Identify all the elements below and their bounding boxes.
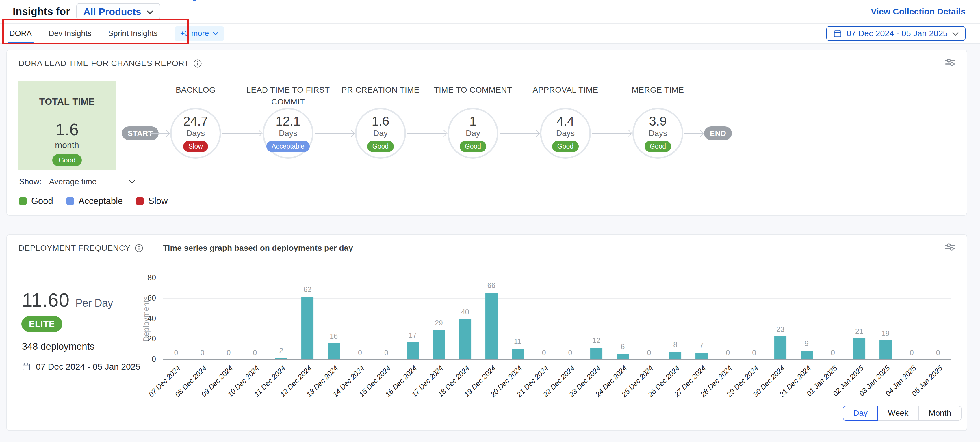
granularity-day-button[interactable]: Day — [843, 406, 878, 421]
granularity-week-button[interactable]: Week — [877, 406, 919, 421]
bar-value-label: 0 — [226, 349, 231, 357]
bar-value-label: 11 — [514, 337, 522, 345]
calendar-icon — [833, 29, 842, 38]
view-collection-details-link[interactable]: View Collection Details — [871, 6, 966, 16]
tabs-more-button[interactable]: +3 more — [175, 26, 224, 41]
flow-arrow — [500, 133, 539, 133]
legend-label: Slow — [148, 196, 167, 206]
chart-bar — [407, 342, 418, 360]
chart-slot: 1223 Dec 2024 — [583, 278, 609, 360]
stage-unit: Day — [466, 129, 480, 138]
tabs: DORADev InsightsSprint Insights — [9, 24, 175, 43]
chart-bars: 007 Dec 2024008 Dec 2024009 Dec 2024010 … — [163, 278, 951, 360]
flow-arrow — [592, 133, 631, 133]
info-icon[interactable] — [135, 244, 143, 252]
total-time-box: TOTAL TIME 1.6 month Good — [19, 81, 116, 170]
tab-dora[interactable]: DORA — [9, 24, 32, 43]
sliders-icon[interactable] — [945, 242, 956, 252]
stage-name: BACKLOG — [146, 84, 245, 96]
deployment-card-title: DEPLOYMENT FREQUENCY — [19, 244, 130, 253]
flow-arrow — [315, 133, 354, 133]
stage-unit: Days — [556, 129, 575, 138]
stage-name: PR CREATION TIME — [331, 84, 430, 96]
gridline — [163, 359, 951, 360]
granularity-month-button[interactable]: Month — [918, 406, 961, 421]
chevron-down-icon — [952, 32, 959, 36]
bar-value-label: 0 — [936, 349, 940, 357]
stage-unit: Day — [373, 129, 388, 138]
chart-slot: 021 Dec 2024 — [531, 278, 557, 360]
bar-value-label: 0 — [358, 349, 362, 357]
legend-item-slow: Slow — [136, 196, 167, 206]
chart-slot: 010 Dec 2024 — [242, 278, 268, 360]
date-range-button[interactable]: 07 Dec 2024 - 05 Jan 2025 — [826, 26, 966, 41]
chart-slot: 2330 Dec 2024 — [767, 278, 794, 360]
deployments-date-range-label: 07 Dec 2024 - 05 Jan 2025 — [36, 362, 140, 372]
calendar-icon — [22, 362, 30, 371]
bar-value-label: 62 — [303, 285, 312, 294]
info-icon[interactable] — [193, 59, 202, 68]
tab-dev-insights[interactable]: Dev Insights — [49, 24, 92, 43]
chart-bar — [853, 338, 865, 360]
chart-slot: 022 Dec 2024 — [557, 278, 583, 360]
product-selector-label: All Products — [83, 6, 141, 17]
total-time-unit: month — [55, 140, 79, 150]
stage-value: 1.6 — [372, 114, 389, 128]
deployment-rate: 11.60 Per Day — [22, 289, 113, 311]
y-axis-tick: 40 — [139, 314, 156, 323]
page-title: Insights for — [13, 5, 70, 17]
chart-slot: 1716 Dec 2024 — [399, 278, 426, 360]
chart-bar — [459, 319, 471, 360]
bar-value-label: 21 — [855, 327, 863, 336]
y-axis-tick: 0 — [139, 355, 156, 364]
bar-value-label: 0 — [384, 349, 388, 357]
deployments-date-range: 07 Dec 2024 - 05 Jan 2025 — [22, 362, 140, 372]
chart-slot: 624 Dec 2024 — [609, 278, 636, 360]
lead-time-card: DORA LEAD TIME FOR CHANGES REPORT TOTAL … — [6, 50, 967, 215]
status-badge: Good — [460, 141, 486, 152]
deployment-rate-value: 11.60 — [22, 289, 70, 311]
show-dropdown[interactable]: Show: Average time — [19, 177, 135, 186]
deployments-total: 348 deployments — [22, 341, 94, 352]
stage-circle-merge-time: 3.9DaysGood — [632, 108, 683, 159]
chart-slot: 004 Jan 2025 — [899, 278, 925, 360]
sliders-icon[interactable] — [945, 58, 956, 68]
chevron-down-icon — [146, 10, 153, 14]
total-time-label: TOTAL TIME — [39, 97, 95, 107]
status-legend: GoodAcceptableSlow — [19, 196, 167, 206]
stage-circle-lead-time-to-first-commit: 12.1DaysAcceptable — [262, 108, 313, 159]
y-axis-tick: 60 — [139, 294, 156, 303]
header: Insights for All Products View Collectio… — [0, 0, 980, 23]
y-axis-tick: 20 — [139, 334, 156, 343]
status-badge: Good — [552, 141, 579, 152]
chart-bar — [328, 343, 340, 360]
chart-slot: 029 Dec 2024 — [741, 278, 767, 360]
chart-bar — [880, 341, 892, 360]
deployment-frequency-card: DEPLOYMENT FREQUENCY Time series graph b… — [6, 234, 967, 431]
chart-bar — [433, 330, 445, 360]
legend-item-good: Good — [19, 196, 53, 206]
stage-value: 1 — [469, 114, 476, 128]
chart-bar — [695, 353, 708, 360]
stage-circle-approval-time: 4.4DaysGood — [540, 108, 591, 159]
chart-slot: 014 Dec 2024 — [347, 278, 373, 360]
legend-item-acceptable: Acceptable — [67, 196, 123, 206]
tab-sprint-insights[interactable]: Sprint Insights — [108, 24, 158, 43]
product-selector[interactable]: All Products — [76, 3, 160, 20]
show-value: Average time — [49, 177, 121, 186]
chevron-down-icon — [129, 180, 135, 184]
flow-arrow — [407, 133, 446, 133]
stage-name: TIME TO COMMENT — [424, 84, 522, 96]
clipped-element-top — [193, 0, 196, 2]
chart-slot: 005 Jan 2025 — [925, 278, 951, 360]
bar-value-label: 7 — [700, 341, 703, 350]
deployments-bar-chart: Deployments 007 Dec 2024008 Dec 2024009 … — [163, 278, 951, 360]
flow-end-pill: END — [704, 127, 732, 140]
insights-dashboard: Insights for All Products View Collectio… — [0, 0, 980, 442]
deployment-rate-unit: Per Day — [75, 297, 113, 309]
stage-value: 12.1 — [275, 114, 301, 128]
chart-slot: 015 Dec 2024 — [373, 278, 399, 360]
chart-slot: 4018 Dec 2024 — [452, 278, 478, 360]
stage-unit: Days — [186, 129, 205, 138]
chart-slot: 025 Dec 2024 — [636, 278, 662, 360]
